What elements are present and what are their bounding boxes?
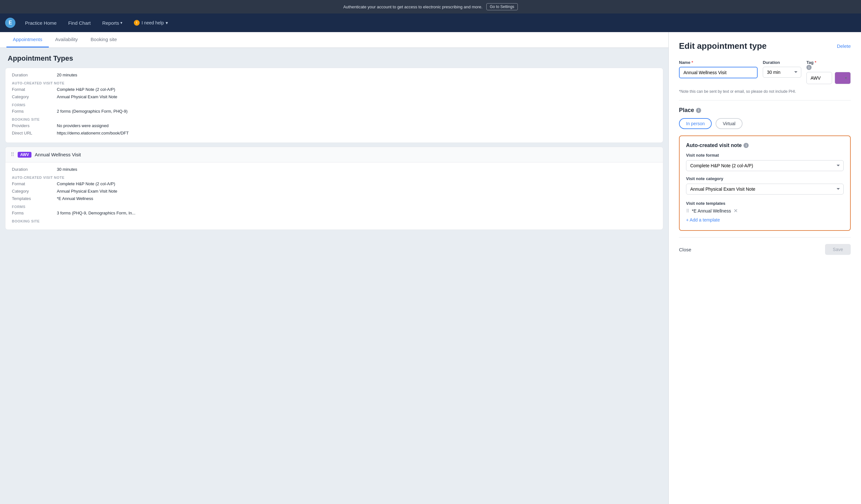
virtual-button[interactable]: Virtual [715,118,742,129]
name-duration-row: Name * Duration 30 min Tag * i [679,60,851,84]
color-swatch [838,76,844,81]
visit-note-info-icon[interactable]: i [743,143,749,148]
card1-auto-visit-label: AUTO-CREATED VISIT NOTE [12,81,656,85]
edit-panel: Edit appointment type Delete Name * Dura… [668,32,861,504]
card2-format-label: Format [12,181,44,186]
category-subsection-label: Visit note category [686,176,844,181]
card2-header: ⠿ AWV Annual Wellness Visit [5,147,663,162]
tag-text-input[interactable] [806,72,832,84]
card2-category-label: Category [12,189,44,194]
phi-note: *Note this can be sent by text or email,… [679,89,851,94]
card2-duration-value: 30 minutes [57,167,77,172]
card1-format-value: Complete H&P Note (2 col-A/P) [57,87,115,92]
divider-1 [679,100,851,100]
nav-help[interactable]: ! I need help ▾ [129,17,173,28]
templates-section: Visit note templates ⠿ *E Annual Wellnes… [686,201,844,224]
help-chevron: ▾ [166,20,168,25]
remove-template-button[interactable]: ✕ [734,208,738,214]
name-input[interactable] [679,67,757,78]
main-content: Appointments Availability Booking site A… [0,32,861,504]
visit-note-format-select[interactable]: Complete H&P Note (2 col-A/P) SOAP Note … [686,160,844,171]
card1-category-value: Annual Physical Exam Visit Note [57,94,117,99]
visit-note-box: Auto-created visit note i Visit note for… [679,135,851,231]
card2-templates-label: Templates [12,196,44,201]
nav-reports[interactable]: Reports [98,18,127,28]
visit-note-title: Auto-created visit note i [686,142,844,148]
edit-title: Edit appointment type [679,41,767,51]
visit-note-category-select[interactable]: Annual Physical Exam Visit Note Sick Vis… [686,183,844,194]
tab-appointments[interactable]: Appointments [6,32,49,47]
place-info-icon[interactable]: i [696,108,701,113]
save-button[interactable]: Save [825,244,851,255]
name-label: Name * [679,60,757,65]
drag-handle-icon[interactable]: ⠿ [11,151,14,158]
card1-forms-value: 2 forms (Demographics Form, PHQ-9) [57,109,127,114]
card1-category-label: Category [12,94,44,99]
card2-templates-value: *E Annual Wellness [57,196,93,201]
card2-booking-section-label: BOOKING SITE [12,219,656,223]
delete-button[interactable]: Delete [837,43,851,49]
card1-booking-section-label: BOOKING SITE [12,118,656,121]
place-section-title: Place i [679,107,851,114]
card1-duration-row: Duration 20 minutes [12,72,656,77]
tab-booking-site[interactable]: Booking site [84,32,123,47]
duration-select[interactable]: 30 min [763,67,801,78]
nav-find-chart[interactable]: Find Chart [64,18,95,28]
card1-url-label: Direct URL [12,131,44,135]
card2-details: Duration 30 minutes AUTO-CREATED VISIT N… [5,162,663,230]
page-title: Appointment Types [0,48,668,68]
nav-practice-home[interactable]: Practice Home [20,18,61,28]
card1-duration-label: Duration [12,72,44,77]
card1-duration-value: 20 minutes [57,72,77,77]
templates-subsection-label: Visit note templates [686,201,844,206]
card1-forms-section-label: FORMS [12,103,656,107]
template-name: *E Annual Wellness [692,208,731,214]
left-panel: Appointments Availability Booking site A… [0,32,668,504]
close-button[interactable]: Close [679,247,691,252]
format-subsection-label: Visit note format [686,153,844,158]
card2-format-row: Format Complete H&P Note (2 col-A/P) [12,181,656,186]
duration-label: Duration [763,60,801,65]
edit-footer: Close Save [679,237,851,255]
card2-format-value: Complete H&P Note (2 col-A/P) [57,181,115,186]
card2-appt-name: Annual Wellness Visit [35,152,81,157]
card1-forms-row: Forms 2 forms (Demographics Form, PHQ-9) [12,109,656,114]
add-template-button[interactable]: + Add a template [686,216,720,224]
card1-providers-label: Providers [12,123,44,128]
place-buttons: In person Virtual [679,118,851,129]
tag-info-icon[interactable]: i [806,65,811,70]
appointment-card-1: Duration 20 minutes AUTO-CREATED VISIT N… [5,68,663,143]
card1-details: Duration 20 minutes AUTO-CREATED VISIT N… [5,68,663,142]
tag-input-group: ▾ [806,72,851,84]
nav-bar: E Practice Home Find Chart Reports ! I n… [0,13,861,32]
color-chevron: ▾ [845,76,847,80]
card1-format-row: Format Complete H&P Note (2 col-A/P) [12,87,656,92]
card2-forms-section-label: FORMS [12,205,656,209]
appointment-card-2: ⠿ AWV Annual Wellness Visit Duration 30 … [5,147,663,230]
template-drag-icon[interactable]: ⠿ [686,208,689,214]
go-to-settings-button[interactable]: Go to Settings [486,3,518,10]
card1-url-value: https://demo.elationemr.com/book/DFT [57,131,129,135]
tag-color-button[interactable]: ▾ [835,72,851,84]
edit-header: Edit appointment type Delete [679,41,851,51]
tab-availability[interactable]: Availability [49,32,84,47]
card2-tag-badge: AWV [18,152,31,158]
tag-group: Tag * i ▾ [806,60,851,84]
card2-duration-label: Duration [12,167,44,172]
card1-category-row: Category Annual Physical Exam Visit Note [12,94,656,99]
in-person-button[interactable]: In person [679,118,712,129]
tag-label: Tag * i [806,60,851,70]
help-label: I need help [141,20,164,25]
nav-logo: E [5,18,15,28]
card1-url-row: Direct URL https://demo.elationemr.com/b… [12,131,656,135]
notification-bar: Authenticate your account to get access … [0,0,861,13]
card2-forms-label: Forms [12,210,44,215]
card2-forms-value: 3 forms (PHQ-9, Demographics Form, In... [57,210,136,215]
card1-format-label: Format [12,87,44,92]
card2-forms-row: Forms 3 forms (PHQ-9, Demographics Form,… [12,210,656,215]
card2-templates-row: Templates *E Annual Wellness [12,196,656,201]
card2-category-row: Category Annual Physical Exam Visit Note [12,189,656,194]
card1-providers-row: Providers No providers were assigned [12,123,656,128]
card1-forms-label: Forms [12,109,44,114]
card2-category-value: Annual Physical Exam Visit Note [57,189,117,194]
